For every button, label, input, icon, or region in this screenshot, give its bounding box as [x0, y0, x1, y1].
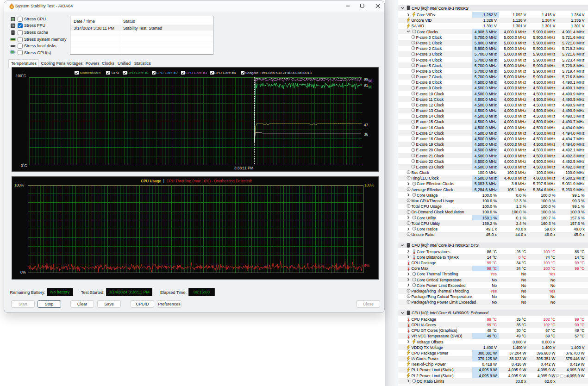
svg-text:%: % — [12, 24, 14, 27]
